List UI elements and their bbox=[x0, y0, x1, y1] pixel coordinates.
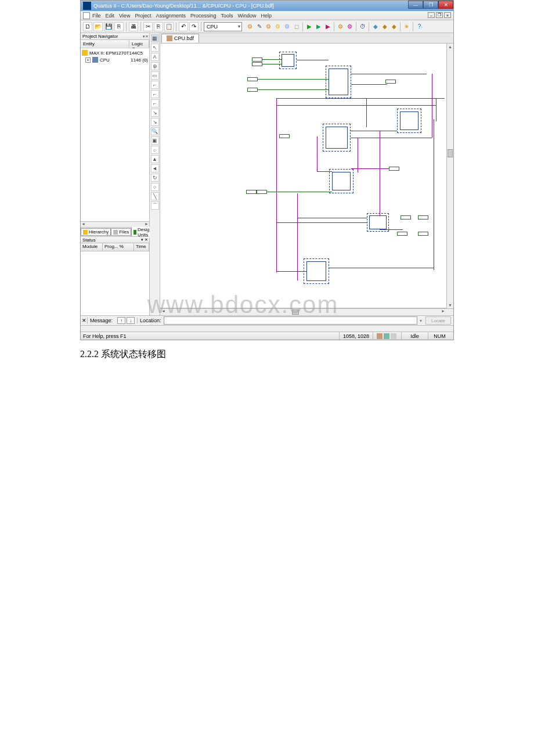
tool-pointer-icon[interactable]: ↖ bbox=[151, 44, 159, 52]
location-field[interactable] bbox=[164, 316, 417, 325]
maximize-button[interactable]: ❐ bbox=[423, 1, 438, 9]
saveall-icon[interactable]: ⎘ bbox=[114, 22, 124, 31]
menu-edit[interactable]: Edit bbox=[106, 13, 115, 19]
tool-fullscreen-icon[interactable]: ▣ bbox=[151, 136, 159, 145]
stop-icon[interactable]: ◻ bbox=[292, 22, 301, 31]
help-icon[interactable]: ? bbox=[415, 22, 424, 31]
msg-close-icon[interactable]: ✕ bbox=[81, 318, 88, 323]
save-icon[interactable]: 💾 bbox=[104, 22, 113, 31]
mdi-close[interactable]: × bbox=[444, 12, 451, 18]
loc-label: Location: bbox=[137, 318, 164, 323]
tool-zoom-icon[interactable]: 🔍 bbox=[151, 127, 159, 135]
mdi-minimize[interactable]: – bbox=[428, 12, 435, 18]
settings-icon[interactable]: ⚙ bbox=[246, 22, 254, 31]
msg-down-button[interactable]: ↓ bbox=[127, 317, 135, 324]
file-tab-label: CPU.bdf bbox=[174, 35, 194, 41]
new-icon[interactable]: 🗋 bbox=[83, 22, 92, 31]
undo-icon[interactable]: ↶ bbox=[179, 22, 188, 31]
copy-icon[interactable]: ⎘ bbox=[154, 22, 163, 31]
tool-flipv-icon[interactable]: ▲ bbox=[151, 155, 159, 163]
chip3-icon[interactable]: ◆ bbox=[389, 22, 398, 31]
tool-fliph-icon[interactable]: ◄ bbox=[151, 164, 159, 172]
minimize-button[interactable]: — bbox=[408, 1, 423, 9]
status-col-time[interactable]: Time bbox=[134, 243, 149, 251]
nav-tabs: Hierarchy Files Design Units bbox=[81, 227, 149, 236]
col-logic[interactable]: Logic Ce bbox=[129, 40, 149, 48]
entity-cpu[interactable]: CPU bbox=[100, 57, 110, 63]
open-icon[interactable]: 📂 bbox=[93, 22, 103, 31]
play3-icon[interactable]: ▶ bbox=[323, 22, 332, 31]
chip-icon bbox=[92, 57, 98, 63]
redo-icon[interactable]: ↷ bbox=[189, 22, 199, 31]
indicator3-icon bbox=[391, 333, 396, 339]
tool-find-icon[interactable]: ⌕ bbox=[151, 146, 159, 154]
tool-line-icon[interactable]: ╲ bbox=[151, 192, 159, 200]
gear3-icon[interactable]: ⚙ bbox=[283, 22, 291, 31]
menu-tools[interactable]: Tools bbox=[221, 13, 233, 19]
project-dropdown[interactable]: CPU bbox=[204, 22, 242, 31]
canvas-vscroll[interactable] bbox=[446, 44, 453, 308]
gear2-icon[interactable]: ⚙ bbox=[273, 22, 282, 31]
mdi-restore[interactable]: ❐ bbox=[436, 12, 443, 18]
pencil-icon[interactable]: ✎ bbox=[255, 22, 264, 31]
tool-ortho2-icon[interactable]: ⌐ bbox=[151, 90, 159, 98]
menu-processing[interactable]: Processing bbox=[190, 13, 217, 19]
tool-rotate-icon[interactable]: ↻ bbox=[151, 174, 159, 182]
print-icon[interactable]: 🖶 bbox=[129, 22, 138, 31]
compile1-icon[interactable]: ⚙ bbox=[336, 22, 345, 31]
status-help: For Help, press F1 bbox=[83, 333, 339, 339]
expand-icon[interactable]: + bbox=[85, 57, 91, 63]
status-pin-icon[interactable]: ▾ ✕ bbox=[141, 237, 148, 242]
menu-file[interactable]: File bbox=[92, 13, 101, 19]
tool-ortho3-icon[interactable]: ⌐ bbox=[151, 99, 159, 107]
menu-project[interactable]: Project bbox=[135, 13, 151, 19]
paste-icon[interactable]: 📋 bbox=[164, 22, 174, 31]
nav-pin-icon[interactable]: ▾ ✕ bbox=[143, 34, 148, 39]
close-button[interactable]: ✕ bbox=[438, 1, 453, 9]
locate-button[interactable]: Locate bbox=[425, 316, 451, 325]
tool-block-icon[interactable]: ▦ bbox=[151, 34, 159, 42]
indicator2-icon bbox=[384, 333, 389, 339]
tool-diag2-icon[interactable]: ↘ bbox=[151, 118, 159, 126]
tool-arc-icon[interactable]: ⌒ bbox=[151, 201, 159, 210]
star-icon[interactable]: ★ bbox=[402, 22, 411, 31]
status-col-prog[interactable]: Prog... % bbox=[103, 243, 134, 251]
tool-ortho1-icon[interactable]: ⌐ bbox=[151, 81, 159, 89]
tool-rect-icon[interactable]: ▭ bbox=[151, 71, 159, 80]
schematic-canvas[interactable] bbox=[160, 44, 453, 308]
menu-window[interactable]: Window bbox=[237, 13, 256, 19]
play-icon[interactable]: ▶ bbox=[305, 22, 313, 31]
file-tab-cpu[interactable]: CPU.bdf bbox=[161, 34, 199, 42]
menu-assignments[interactable]: Assignments bbox=[156, 13, 186, 19]
menu-help[interactable]: Help bbox=[261, 13, 272, 19]
tab-files-label: Files bbox=[119, 229, 129, 235]
msg-up-button[interactable]: ↑ bbox=[117, 317, 125, 324]
timing-icon[interactable]: ⏱ bbox=[358, 22, 367, 31]
tree-hscroll[interactable] bbox=[81, 221, 149, 227]
canvas-hscroll[interactable] bbox=[160, 308, 453, 315]
project-tree[interactable]: MAX II: EPM1270T144C5 + CPU 1146 (0) bbox=[81, 48, 149, 221]
col-entity[interactable]: Entity bbox=[81, 40, 129, 48]
chip1-icon[interactable]: ◆ bbox=[371, 22, 380, 31]
status-coords: 1058, 1028 bbox=[339, 332, 373, 340]
tab-files[interactable]: Files bbox=[111, 228, 131, 236]
main-area: Project Navigator ▾ ✕ Entity Logic Ce MA… bbox=[81, 33, 453, 315]
tool-diag1-icon[interactable]: ↘ bbox=[151, 109, 159, 117]
tool-text-icon[interactable]: A bbox=[151, 53, 159, 61]
menubar: File Edit View Project Assignments Proce… bbox=[81, 11, 453, 20]
cut-icon[interactable]: ✂ bbox=[143, 22, 153, 31]
compile2-icon[interactable]: ⚙ bbox=[345, 22, 354, 31]
play2-icon[interactable]: ▶ bbox=[314, 22, 323, 31]
statusbar: For Help, press F1 1058, 1028 Idle NUM bbox=[81, 332, 453, 340]
entity-cpu-value: 1146 (0) bbox=[131, 57, 148, 63]
status-col-module[interactable]: Module bbox=[81, 243, 103, 251]
toolstrip: ▦ ↖ A ⊕ ▭ ⌐ ⌐ ⌐ ↘ ↘ 🔍 ▣ ⌕ ▲ ◄ ↻ ○ ╲ ⌒ bbox=[150, 33, 160, 315]
menu-view[interactable]: View bbox=[119, 13, 130, 19]
tab-hierarchy[interactable]: Hierarchy bbox=[81, 228, 111, 236]
location-dropdown-icon[interactable]: ▾ bbox=[420, 318, 425, 323]
tool-symbol-icon[interactable]: ⊕ bbox=[151, 62, 159, 70]
tool-ellipse-icon[interactable]: ○ bbox=[151, 183, 159, 191]
chip2-icon[interactable]: ◆ bbox=[380, 22, 389, 31]
files-icon bbox=[113, 230, 118, 235]
gear1-icon[interactable]: ⚙ bbox=[264, 22, 273, 31]
